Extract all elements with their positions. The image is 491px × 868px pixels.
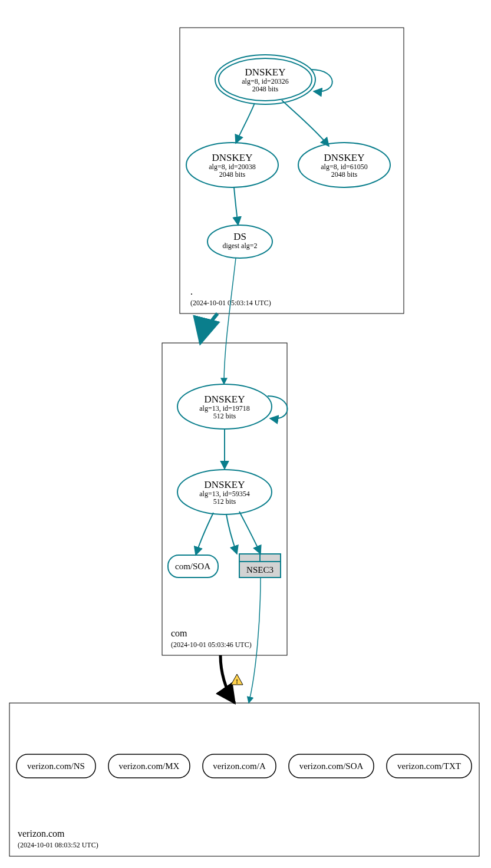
svg-text:verizon.com/MX: verizon.com/MX (119, 761, 180, 771)
svg-text:verizon.com/NS: verizon.com/NS (27, 761, 85, 771)
root-zsk2-line3: 2048 bits (331, 170, 358, 179)
root-zsk2-title: DNSKEY (324, 152, 365, 163)
com-ksk-line2: alg=13, id=19718 (199, 404, 250, 412)
dnssec-diagram: DNSKEY alg=8, id=20326 2048 bits DNSKEY … (0, 0, 491, 868)
root-ksk-line2: alg=8, id=20326 (242, 77, 289, 85)
rr-mx: verizon.com/MX (108, 754, 190, 778)
node-nsec3: NSEC3 (239, 554, 281, 577)
root-zsk1-line3: 2048 bits (219, 170, 246, 179)
root-zsk2-line2: alg=8, id=61050 (321, 163, 368, 171)
com-zsk-line2: alg=13, id=59354 (199, 490, 250, 498)
node-com-soa: com/SOA (168, 555, 218, 577)
ds-line2: digest alg=2 (222, 242, 257, 250)
zone-leaf: verizon.com/NS verizon.com/MX verizon.co… (9, 703, 479, 856)
node-com-ksk: DNSKEY alg=13, id=19718 512 bits (177, 384, 272, 429)
svg-text:verizon.com/TXT: verizon.com/TXT (397, 761, 461, 771)
svg-text:verizon.com/SOA: verizon.com/SOA (299, 761, 364, 771)
zone-leaf-label: verizon.com (18, 829, 65, 839)
com-ksk-line3: 512 bits (213, 412, 236, 420)
svg-text:verizon.com/A: verizon.com/A (213, 761, 266, 771)
zone-root: DNSKEY alg=8, id=20326 2048 bits DNSKEY … (180, 28, 404, 313)
node-root-zsk2: DNSKEY alg=8, id=61050 2048 bits (298, 143, 390, 187)
node-ds: DS digest alg=2 (207, 225, 272, 258)
root-zsk1-title: DNSKEY (212, 152, 253, 163)
ds-title: DS (233, 231, 246, 242)
zone-root-label: . (190, 286, 193, 296)
nsec3-title: NSEC3 (246, 565, 273, 575)
rr-a: verizon.com/A (203, 754, 276, 778)
root-ksk-line3: 2048 bits (252, 85, 279, 93)
node-root-zsk1: DNSKEY alg=8, id=20038 2048 bits (186, 143, 278, 187)
node-root-ksk: DNSKEY alg=8, id=20326 2048 bits (215, 55, 315, 104)
node-com-zsk: DNSKEY alg=13, id=59354 512 bits (177, 470, 272, 514)
com-zsk-line3: 512 bits (213, 497, 236, 506)
com-zsk-title: DNSKEY (205, 479, 245, 490)
warning-icon: ! (231, 674, 243, 685)
com-ksk-title: DNSKEY (205, 394, 245, 405)
rr-ns: verizon.com/NS (17, 754, 95, 778)
svg-text:!: ! (236, 678, 238, 685)
root-zsk1-line2: alg=8, id=20038 (209, 163, 256, 171)
com-soa-title: com/SOA (175, 562, 210, 571)
zone-com: DNSKEY alg=13, id=19718 512 bits DNSKEY … (162, 343, 288, 655)
zone-com-label: com (171, 628, 187, 638)
svg-rect-13 (9, 703, 479, 856)
zone-com-time: (2024-10-01 05:03:46 UTC) (171, 641, 252, 649)
rr-txt: verizon.com/TXT (387, 754, 472, 778)
rr-soa: verizon.com/SOA (289, 754, 374, 778)
zone-leaf-time: (2024-10-01 08:03:52 UTC) (18, 841, 98, 849)
root-ksk-title: DNSKEY (245, 67, 286, 78)
